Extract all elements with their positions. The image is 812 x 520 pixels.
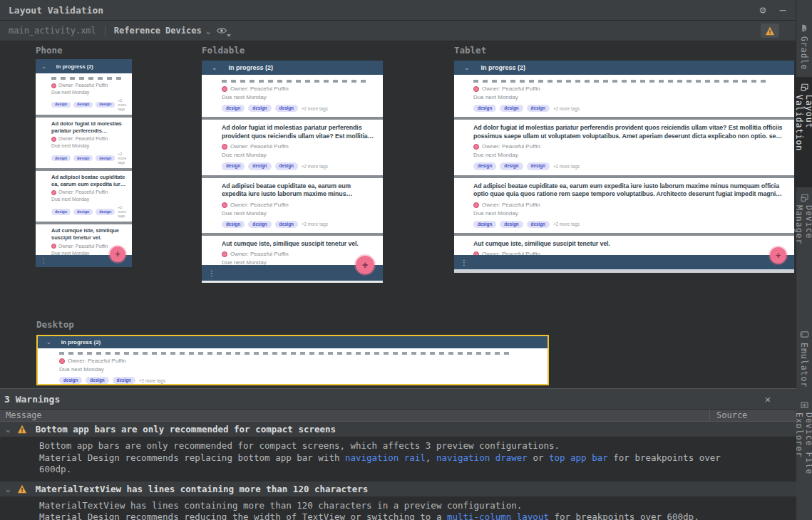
list-header: ⌄ In progress (2) — [454, 61, 794, 75]
task-title: Ad adipisci beatae cupiditate ea, earum … — [473, 182, 786, 199]
owner-label: Owner: Peaceful Puffin — [482, 142, 540, 151]
more-tags-label: +2 more tags — [302, 164, 328, 169]
preview-tablet[interactable]: ⌄ In progress (2) Owner: Peaceful Puffin… — [454, 61, 794, 273]
task-title: Ad adipisci beatae cupiditate ea, earum … — [222, 182, 376, 199]
link-multi-column-layout[interactable]: multi-column layout — [447, 511, 549, 520]
owner-avatar — [222, 144, 227, 150]
task-title: Ad dolor fugiat id molestias pariatur pe… — [222, 124, 376, 140]
owner-avatar — [473, 86, 479, 92]
warning-recommendation: Material Design recommends replacing bot… — [39, 452, 345, 463]
reference-devices-label: Reference Devices — [114, 26, 202, 36]
owner-avatar — [51, 244, 56, 249]
due-label: Due next Monday — [473, 151, 786, 160]
owner-avatar — [222, 86, 227, 92]
link-navigation-rail[interactable]: navigation rail — [345, 452, 426, 463]
emulator-icon — [800, 330, 809, 339]
more-tags-label: +2 more tags — [118, 152, 126, 165]
warning-triangle-icon — [765, 26, 775, 36]
owner-avatar — [51, 83, 56, 88]
chevron-down-icon[interactable]: ⌄ — [6, 484, 11, 494]
due-label: Due next Monday — [51, 142, 126, 150]
task-list: Owner: Peaceful Puffin Due next Monday d… — [454, 75, 794, 273]
sidebar-item-device-manager[interactable]: Device Manager — [794, 187, 812, 283]
warning-detail: MaterialTextView has lines containing mo… — [0, 496, 759, 520]
warnings-count-title: 3 Warnings — [4, 394, 60, 405]
layout-validation-icon — [800, 83, 808, 92]
tag-chip: design — [96, 102, 115, 108]
preview-label-tablet: Tablet — [454, 45, 486, 56]
tag-chip: design — [222, 221, 245, 228]
owner-label: Owner: Peaceful Puffin — [230, 85, 289, 93]
column-source[interactable]: Source — [710, 410, 796, 420]
task-card: Ad dolor fugiat id molestias pariatur pe… — [36, 118, 132, 168]
clipped-text-line — [222, 80, 366, 83]
device-bottom-edge — [202, 281, 383, 283]
task-card: Ad dolor fugiat id molestias pariatur pe… — [202, 120, 383, 175]
tag-chip: design — [527, 105, 550, 112]
add-fab: + — [770, 247, 786, 264]
tool-window-titlebar: Layout Validation ⚙ — — [0, 0, 796, 21]
toolbar-separator — [105, 26, 106, 36]
owner-avatar — [222, 251, 227, 257]
warning-title: MaterialTextView has lines containing mo… — [36, 484, 369, 494]
settings-gear-icon[interactable]: ⚙ — [754, 0, 772, 20]
owner-label: Owner: Peaceful Puffin — [482, 85, 540, 93]
task-card: Ad dolor fugiat id molestias pariatur pe… — [454, 120, 794, 175]
sidebar-item-emulator[interactable]: Emulator — [799, 323, 809, 394]
sidebar-item-label: Device File Explorer — [794, 412, 812, 514]
link-top-app-bar[interactable]: top app bar — [549, 452, 608, 463]
tag-chip: design — [473, 162, 496, 170]
due-label: Due next Monday — [222, 151, 376, 160]
tag-chip: design — [527, 221, 550, 228]
sidebar-item-layout-validation[interactable]: Layout Validation — [794, 77, 812, 187]
warning-row-title[interactable]: ⌄ MaterialTextView has lines containing … — [0, 482, 796, 496]
warning-title: Bottom app bars are only recommended for… — [36, 424, 336, 435]
minimize-icon[interactable]: — — [774, 0, 792, 20]
reference-devices-dropdown[interactable]: Reference Devices ⌄ — [114, 26, 210, 36]
more-tags-label: +2 more tags — [553, 222, 580, 227]
overflow-menu-icon: ⋮ — [208, 269, 215, 277]
list-header: ⌄ In progress (2) — [202, 61, 383, 75]
visibility-eye-button[interactable] — [216, 25, 227, 36]
link-navigation-drawer[interactable]: navigation drawer — [436, 452, 528, 463]
chevron-down-icon[interactable]: ⌄ — [6, 425, 11, 434]
chevron-down-icon: ⌄ — [46, 339, 51, 345]
device-manager-icon — [800, 193, 808, 202]
tag-chip: design — [275, 162, 298, 170]
tag-chip: design — [500, 221, 523, 228]
more-tags-label: +2 more tags — [553, 164, 580, 169]
column-message[interactable]: Message — [0, 410, 709, 420]
task-list: Owner: Peaceful Puffin Due next Monday d… — [38, 348, 548, 385]
tag-chip: design — [500, 105, 523, 112]
tag-chip: design — [222, 162, 245, 170]
preview-phone[interactable]: ⌄ In progress (2) Owner: Peaceful Puffin… — [36, 59, 132, 267]
eye-dropdown-arrow-icon — [227, 34, 231, 37]
warning-row-title[interactable]: ⌄ Bottom app bars are only recommended f… — [0, 422, 796, 437]
warning-recommendation: Material Design recommends reducing the … — [39, 511, 447, 520]
sidebar-item-label: Device Manager — [794, 205, 812, 276]
right-tool-window-strip: Gradle Layout Validation Device Manager … — [796, 0, 812, 520]
preview-label-foldable: Foldable — [202, 45, 245, 56]
owner-label: Owner: Peaceful Puffin — [58, 189, 108, 196]
task-list: Owner: Peaceful Puffin Due next Monday d… — [202, 75, 383, 283]
list-header-label: In progress (2) — [481, 64, 526, 71]
tag-chip: design — [113, 377, 135, 384]
preview-foldable[interactable]: ⌄ In progress (2) Owner: Peaceful Puffin… — [202, 61, 383, 283]
show-warnings-button[interactable] — [761, 24, 779, 38]
more-tags-label: +2 more tags — [118, 205, 126, 218]
preview-desktop[interactable]: ⌄ In progress (2) Owner: Peaceful Puffin… — [36, 335, 549, 385]
window-title: Layout Validation — [9, 5, 103, 16]
gradle-icon — [800, 24, 809, 33]
tag-chip: design — [51, 102, 71, 108]
close-icon[interactable]: ✕ — [759, 389, 776, 409]
sidebar-item-gradle[interactable]: Gradle — [799, 17, 809, 77]
task-card: Owner: Peaceful Puffin Due next Monday d… — [202, 75, 383, 117]
list-header: ⌄ In progress (2) — [36, 59, 132, 73]
chevron-down-icon: ⌄ — [212, 64, 217, 71]
sidebar-item-device-file-explorer[interactable]: Device File Explorer — [794, 395, 812, 520]
due-label: Due next Monday — [51, 89, 126, 96]
chevron-down-icon: ⌄ — [41, 63, 46, 70]
tag-chip: design — [275, 221, 298, 228]
layout-validation-toolbar: main_activity.xml Reference Devices ⌄ — [0, 21, 796, 41]
owner-avatar — [51, 137, 56, 142]
